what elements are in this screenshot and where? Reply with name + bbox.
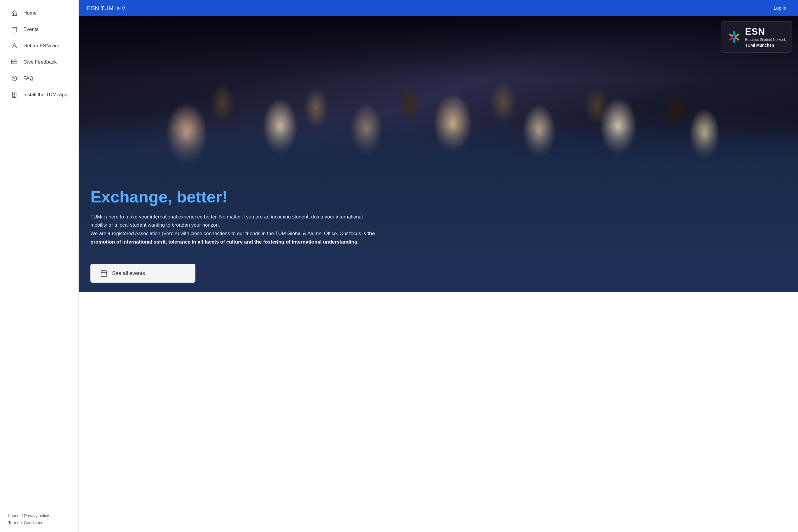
svg-rect-19 xyxy=(101,271,107,277)
hero-top-overlay xyxy=(79,16,798,79)
svg-line-18 xyxy=(729,34,733,36)
sidebar-item-events[interactable]: Events xyxy=(2,22,76,37)
hero-section: ESN Erasmus Student Network TUMi München xyxy=(79,16,798,174)
sidebar-label-install: Install the TUMi app xyxy=(23,92,68,98)
esn-badge: ESN Erasmus Student Network TUMi München xyxy=(721,21,792,53)
description-part1: TUMi is here to make your international … xyxy=(90,214,363,228)
sidebar-label-feedback: Give Feedback xyxy=(23,59,57,65)
events-icon xyxy=(11,26,18,33)
sidebar-label-esncard: Get an ESNcard xyxy=(23,43,59,49)
svg-point-6 xyxy=(13,63,14,63)
home-icon xyxy=(11,10,18,17)
esn-location: TUMi München xyxy=(745,43,786,48)
sidebar-item-install[interactable]: Install the TUMi app xyxy=(2,87,76,103)
sidebar-nav: Home Events Get an ESNcard Give Feedback xyxy=(0,0,78,508)
events-cta-icon xyxy=(100,269,108,278)
sidebar-item-faq[interactable]: FAQ xyxy=(2,71,76,86)
privacy-link[interactable]: Imprint / Privacy policy xyxy=(8,513,70,518)
login-button[interactable]: Log in xyxy=(770,4,790,13)
esn-text: ESN Erasmus Student Network TUMi München xyxy=(745,26,786,48)
sidebar-item-home[interactable]: Home xyxy=(2,5,76,21)
install-icon xyxy=(11,91,18,99)
svg-line-17 xyxy=(729,38,733,40)
svg-point-4 xyxy=(13,44,15,46)
svg-rect-0 xyxy=(12,27,17,32)
description-part2: We are a registered Association (Verein)… xyxy=(90,231,366,236)
svg-rect-5 xyxy=(12,60,17,64)
sidebar-label-faq: FAQ xyxy=(23,76,33,81)
svg-line-14 xyxy=(736,34,739,36)
page-headline: Exchange, better! xyxy=(90,188,786,206)
sidebar-label-events: Events xyxy=(23,26,38,32)
cta-label: See all events xyxy=(112,270,145,277)
sidebar-item-feedback[interactable]: Give Feedback xyxy=(2,54,76,70)
app-title: ESN TUMi e.V. xyxy=(87,5,127,12)
top-navbar: ESN TUMi e.V. Log in xyxy=(79,0,798,16)
hero-bottom-overlay xyxy=(79,127,798,174)
esn-main-label: ESN xyxy=(745,26,786,37)
see-all-events-button[interactable]: See all events xyxy=(90,264,195,283)
terms-link[interactable]: Terms + Conditions xyxy=(8,520,70,525)
svg-point-9 xyxy=(14,80,14,80)
cta-section: See all events xyxy=(79,258,798,292)
sidebar: Home Events Get an ESNcard Give Feedback xyxy=(0,0,79,532)
feedback-icon xyxy=(11,58,18,66)
svg-line-15 xyxy=(736,38,739,40)
esn-subtitle: Erasmus Student Network xyxy=(745,38,786,42)
main-content: ESN TUMi e.V. Log in xyxy=(79,0,798,532)
content-section: Exchange, better! TUMi is here to make y… xyxy=(79,174,798,258)
esn-star-logo xyxy=(727,30,741,44)
card-icon xyxy=(11,42,18,50)
sidebar-item-esncard[interactable]: Get an ESNcard xyxy=(2,38,76,54)
sidebar-label-home: Home xyxy=(23,10,36,16)
sidebar-footer: Imprint / Privacy policy Terms + Conditi… xyxy=(0,508,78,532)
faq-icon xyxy=(11,75,18,82)
description-text: TUMi is here to make your international … xyxy=(90,213,376,247)
svg-point-7 xyxy=(15,63,16,63)
